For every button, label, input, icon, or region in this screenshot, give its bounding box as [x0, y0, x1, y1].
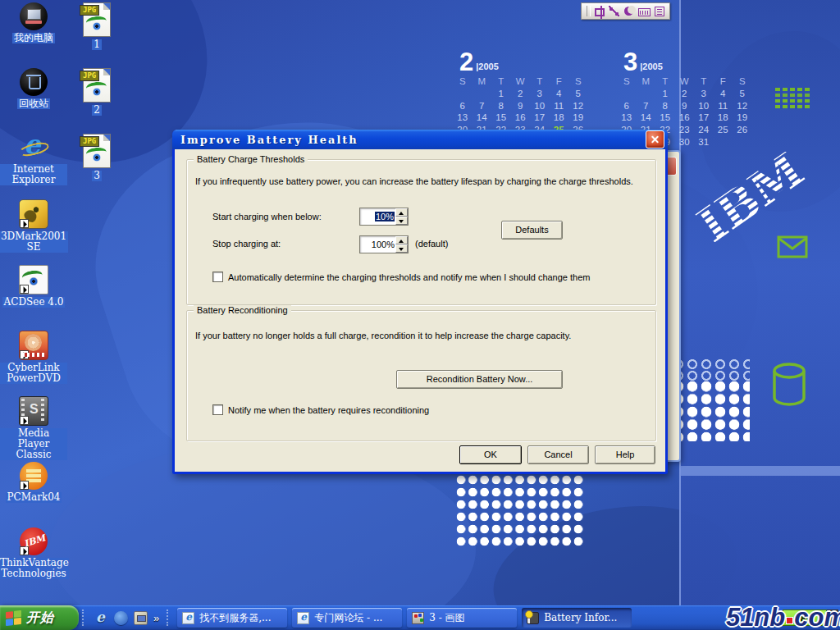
quicklaunch-show-desktop-icon[interactable]	[134, 611, 148, 625]
calendar-day: 18	[714, 112, 733, 124]
auto-thresholds-checkbox[interactable]	[212, 272, 223, 282]
calendar-weekday-header: M	[472, 75, 492, 88]
acdsee-icon	[19, 265, 48, 294]
cancel-button[interactable]: Cancel	[527, 445, 589, 464]
desktop-icon-thinkvantage[interactable]: ThinkVantage Technologies	[0, 527, 69, 591]
group-title: Battery Charge Thresholds	[194, 154, 308, 164]
calendar-day: 2	[511, 88, 531, 100]
battery-icon	[527, 612, 539, 624]
spin-down-icon[interactable]	[395, 217, 408, 225]
ime-menu-icon[interactable]	[655, 7, 664, 16]
mark3d-icon	[19, 199, 48, 229]
calendar-day: 17	[530, 112, 550, 124]
group-description: If your battery no longer holds a full c…	[195, 331, 649, 340]
calendar-day: 6	[453, 100, 472, 112]
calendar-day: 6	[617, 100, 637, 112]
start-button[interactable]: 开始	[0, 605, 79, 630]
desktop-icon-acdsee[interactable]: ACDSee 4.0	[2, 265, 66, 329]
calendar-weekday-header: S	[568, 75, 588, 88]
watermark-dot	[786, 617, 793, 624]
spin-up-icon[interactable]	[395, 236, 408, 244]
desktop-icon-label: CyberLink PowerDVD	[0, 363, 67, 384]
desktop-icon-mpc[interactable]: Media Player Classic	[0, 396, 67, 460]
ime-language-bar	[581, 2, 670, 20]
stop-charging-spinner[interactable]: 100%	[359, 235, 409, 253]
desktop-icon-pcmark[interactable]: PCMark04	[6, 462, 62, 526]
calendar-day: 3	[530, 88, 550, 100]
calendar-day: 30	[675, 136, 695, 148]
calendar-weekday-header: S	[453, 75, 472, 88]
calendar-day: 13	[453, 112, 472, 124]
calendar-day	[714, 136, 733, 148]
taskbar-button[interactable]: 3 - 画图	[407, 608, 517, 628]
calendar-day: 7	[637, 100, 656, 112]
calendar-weekday-header: T	[530, 75, 550, 88]
jpg-file-icon: JPG	[83, 68, 111, 103]
ime-half-width-icon[interactable]	[609, 6, 619, 16]
recondition-battery-button[interactable]: Recondition Battery Now...	[396, 370, 563, 389]
ime-soft-keyboard-icon[interactable]	[638, 8, 651, 16]
desktop-icon-mark3d[interactable]: 3DMark2001 SE	[0, 199, 68, 263]
quicklaunch-messenger-icon[interactable]	[114, 611, 128, 625]
acdsee-eye-icon	[86, 16, 107, 31]
calendar-day: 10	[694, 100, 714, 112]
taskbar-button[interactable]: 找不到服务器,...	[177, 608, 287, 628]
desktop-icon-internet-explorer[interactable]: Internet Explorer	[0, 134, 67, 198]
acdsee-eye-icon	[86, 148, 107, 162]
desktop-icon-label: PCMark04	[6, 492, 62, 503]
taskbar-tasks: 找不到服务器,...专门网论坛 - ...3 - 画图Battery Infor…	[175, 608, 634, 628]
desktop-icon-label: ACDSee 4.0	[2, 297, 66, 308]
jpg-file-icon: JPG	[83, 134, 111, 168]
calendar-weekday-header: T	[655, 75, 675, 88]
ime-chinese-mode-icon[interactable]	[595, 8, 605, 16]
ime-grip-handle[interactable]	[587, 6, 591, 16]
quicklaunch-internet-explorer-icon[interactable]	[94, 611, 108, 625]
help-button[interactable]: Help	[595, 445, 655, 464]
taskbar: 开始 » 找不到服务器,...专门网论坛 - ...3 - 画图Battery …	[0, 605, 840, 630]
calendar-weekday-header: S	[733, 75, 752, 88]
quick-launch-area: »	[90, 611, 163, 625]
desktop-icon-my-computer[interactable]: 我的电脑	[12, 2, 55, 66]
calendar-weekday-header: W	[675, 75, 695, 88]
wallpaper-light-band	[681, 466, 840, 476]
taskbar-button[interactable]: Battery Infor...	[522, 608, 632, 628]
desktop-icon-recycle-bin[interactable]: 回收站	[17, 68, 50, 132]
jpg-file-icon: JPG	[83, 2, 111, 37]
desktop-file-jpg-2[interactable]: JPG2	[83, 68, 111, 132]
taskbar-divider	[167, 609, 171, 626]
taskbar-button-label: Battery Infor...	[544, 612, 617, 623]
desktop-icon-powerdvd[interactable]: CyberLink PowerDVD	[0, 331, 67, 395]
notify-reconditioning-checkbox-label[interactable]: Notify me when the battery requires reco…	[228, 405, 429, 415]
auto-thresholds-checkbox-label[interactable]: Automatically determine the charging thr…	[228, 272, 590, 282]
calendar-day	[733, 136, 752, 148]
filled-dots-pattern	[673, 381, 750, 441]
dialog-titlebar[interactable]: Improve Battery Health	[172, 130, 668, 149]
calendar-day: 1	[491, 88, 511, 100]
system-tray: EN 58% 51nbcom	[746, 605, 840, 630]
calendar-day	[453, 88, 472, 100]
calendar-day: 3	[694, 88, 714, 100]
close-icon[interactable]	[646, 130, 664, 148]
pcmark-icon	[20, 462, 48, 490]
envelope-icon	[777, 235, 808, 258]
start-charging-spinner[interactable]: 10%	[359, 208, 409, 226]
defaults-button[interactable]: Defaults	[501, 221, 563, 240]
desktop-icon-label: 2	[92, 105, 102, 116]
calendar-header: 2 |2005	[453, 46, 588, 73]
desktop-icon-label: Internet Explorer	[0, 164, 67, 185]
ok-button[interactable]: OK	[459, 445, 522, 464]
calendar-day: 26	[733, 124, 752, 136]
desktop-file-jpg-1[interactable]: JPG1	[83, 2, 111, 66]
spin-up-icon[interactable]	[395, 208, 408, 217]
taskbar-button[interactable]: 专门网论坛 - ...	[292, 608, 402, 628]
jpg-badge: JPG	[80, 136, 99, 147]
quicklaunch-overflow-chevron[interactable]: »	[153, 612, 159, 624]
shortcut-arrow-icon	[20, 546, 29, 555]
notify-reconditioning-checkbox[interactable]	[212, 404, 223, 415]
ibm-logo: IBM	[682, 152, 814, 242]
ime-punctuation-icon[interactable]	[623, 6, 634, 16]
desktop-file-jpg-3[interactable]: JPG3	[83, 134, 111, 198]
calendar-day: 4	[714, 88, 733, 100]
spin-down-icon[interactable]	[395, 244, 408, 253]
calendar-day: 7	[472, 100, 492, 112]
